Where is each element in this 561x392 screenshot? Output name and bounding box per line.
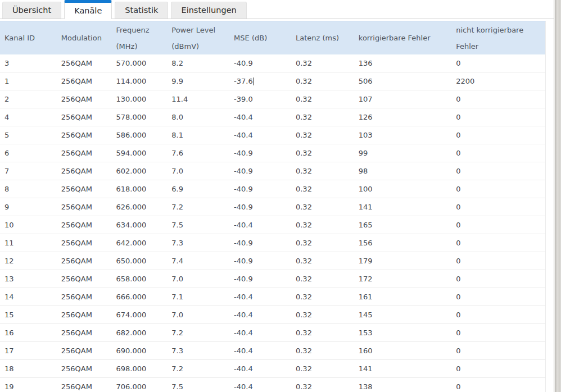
table-cell: 16 [0, 324, 57, 342]
table-cell: -39.0 [229, 90, 291, 108]
table-cell: 0 [451, 108, 545, 126]
column-header: MSE (dB) [229, 21, 291, 55]
table-cell: -40.9 [229, 252, 291, 270]
table-row: 16256QAM682.0007.2-40.40.321530 [0, 324, 546, 342]
table-cell: -40.9 [229, 198, 291, 216]
table-cell: 7.1 [167, 288, 229, 306]
table-cell: 674.000 [112, 306, 168, 324]
table-cell: 0 [451, 378, 545, 392]
table-cell: 114.000 [112, 72, 168, 90]
column-header: Kanal ID [0, 21, 57, 55]
table-cell: 0 [451, 324, 545, 342]
tab-uebersicht[interactable]: Übersicht [2, 2, 61, 19]
table-cell: 0 [451, 234, 545, 252]
table-cell: 160 [354, 342, 451, 360]
table-cell: 0.32 [291, 306, 354, 324]
table-cell: -40.4 [229, 378, 291, 392]
tab-kanaele[interactable]: Kanäle [64, 0, 112, 19]
table-cell: 256QAM [57, 216, 112, 234]
table-cell: -40.4 [229, 288, 291, 306]
table-cell: 256QAM [57, 90, 112, 108]
table-cell: -40.4 [229, 216, 291, 234]
table-cell: 0 [451, 252, 545, 270]
table-cell: 2200 [451, 72, 545, 90]
table-cell: 172 [354, 270, 451, 288]
table-cell: 145 [354, 306, 451, 324]
table-cell: 136 [354, 54, 451, 72]
table-cell: 626.000 [112, 198, 168, 216]
text-cursor [254, 78, 254, 85]
table-cell: 0.32 [291, 252, 354, 270]
table-cell: -40.9 [229, 234, 291, 252]
table-cell: 256QAM [57, 360, 112, 378]
table-cell: 0 [451, 162, 545, 180]
scrollbar-thumb[interactable] [555, 0, 560, 392]
table-cell: 107 [354, 90, 451, 108]
table-cell: 256QAM [57, 234, 112, 252]
table-row: 3256QAM570.0008.2-40.90.321360 [0, 54, 546, 72]
table-cell: 602.000 [112, 162, 168, 180]
table-cell: 0 [451, 180, 545, 198]
table-cell: -40.4 [229, 126, 291, 144]
table-cell: 7.5 [167, 378, 229, 392]
column-header: Modulation [57, 21, 112, 55]
table-row: 15256QAM674.0007.0-40.40.321450 [0, 306, 546, 324]
table-cell: 7.2 [167, 360, 229, 378]
table-cell: 0.32 [291, 144, 354, 162]
table-cell: 161 [354, 288, 451, 306]
table-cell: 0.32 [291, 288, 354, 306]
table-cell: 3 [0, 54, 57, 72]
table-cell: 7.5 [167, 216, 229, 234]
table-cell: -40.4 [229, 324, 291, 342]
tab-einstellungen[interactable]: Einstellungen [171, 2, 246, 19]
table-cell: 165 [354, 216, 451, 234]
table-cell: 0 [451, 90, 545, 108]
header-row: Kanal IDModulationFrequenz (MHz)Power Le… [0, 21, 546, 55]
table-cell: 98 [354, 162, 451, 180]
table-cell: -37.6 [229, 72, 291, 90]
table-cell: 0.32 [291, 234, 354, 252]
table-cell: 698.000 [112, 360, 168, 378]
table-cell: -40.4 [229, 306, 291, 324]
table-row: 1256QAM114.0009.9-37.60.325062200 [0, 72, 546, 90]
table-row: 5256QAM586.0008.1-40.40.321030 [0, 126, 546, 144]
table-cell: 0.32 [291, 324, 354, 342]
table-cell: 99 [354, 144, 451, 162]
table-cell: 8.2 [167, 54, 229, 72]
table-cell: 8 [0, 180, 57, 198]
table-cell: 0 [451, 306, 545, 324]
table-cell: 141 [354, 360, 451, 378]
table-cell: 10 [0, 216, 57, 234]
table-row: 12256QAM650.0007.4-40.90.321790 [0, 252, 546, 270]
table-cell: 11.4 [167, 90, 229, 108]
table-row: 14256QAM666.0007.1-40.40.321610 [0, 288, 546, 306]
column-header: nicht korrigierbare Fehler [451, 21, 545, 55]
table-cell: 0.32 [291, 72, 354, 90]
table-row: 13256QAM658.0007.0-40.90.321720 [0, 270, 546, 288]
table-cell: 5 [0, 126, 57, 144]
table-cell: 256QAM [57, 126, 112, 144]
vertical-scrollbar[interactable] [554, 0, 561, 392]
table-cell: -40.4 [229, 360, 291, 378]
table-row: 9256QAM626.0007.2-40.90.321410 [0, 198, 546, 216]
table-cell: 618.000 [112, 180, 168, 198]
table-cell: 141 [354, 198, 451, 216]
table-cell: -40.4 [229, 342, 291, 360]
table-cell: 0 [451, 270, 545, 288]
table-cell: 4 [0, 108, 57, 126]
tab-statistik[interactable]: Statistik [115, 2, 168, 19]
table-cell: 14 [0, 288, 57, 306]
table-cell: 7.3 [167, 234, 229, 252]
table-cell: 126 [354, 108, 451, 126]
table-cell: 130.000 [112, 90, 168, 108]
table-cell: 0.32 [291, 378, 354, 392]
table-row: 10256QAM634.0007.5-40.40.321650 [0, 216, 546, 234]
table-cell: 0.32 [291, 270, 354, 288]
table-cell: 156 [354, 234, 451, 252]
table-cell: 6.9 [167, 180, 229, 198]
table-cell: 103 [354, 126, 451, 144]
table-cell: 256QAM [57, 72, 112, 90]
table-cell: 0.32 [291, 198, 354, 216]
table-cell: 0.32 [291, 162, 354, 180]
table-body: 3256QAM570.0008.2-40.90.3213601256QAM114… [0, 54, 546, 392]
